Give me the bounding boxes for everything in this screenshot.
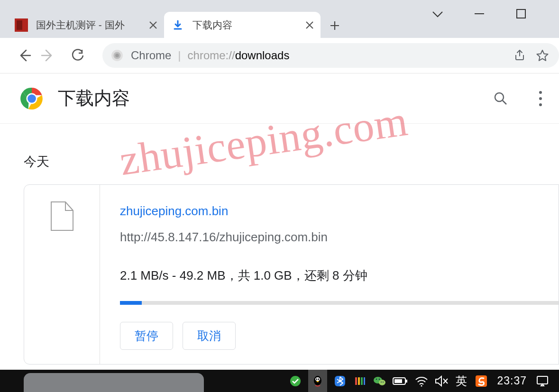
svg-point-9 bbox=[539, 97, 542, 100]
tray-ime-indicator[interactable]: 英 bbox=[454, 370, 468, 392]
chrome-icon bbox=[111, 49, 123, 62]
download-item-body: zhujiceping.com.bin http://45.8.147.16/z… bbox=[100, 185, 559, 364]
taskbar-left bbox=[24, 370, 209, 392]
tab-title: 下载内容 bbox=[192, 18, 304, 32]
tray-sogou-icon[interactable] bbox=[474, 370, 488, 392]
svg-point-15 bbox=[318, 378, 320, 380]
tab-inactive[interactable]: 国外主机测评 - 国外 bbox=[8, 12, 164, 38]
svg-point-27 bbox=[383, 382, 384, 383]
tray-volume-muted-icon[interactable] bbox=[434, 370, 449, 392]
svg-point-16 bbox=[317, 381, 319, 382]
download-status: 2.1 MB/s - 49.2 MB，共 1.0 GB，还剩 8 分钟 bbox=[120, 267, 559, 284]
tray-qq-icon[interactable] bbox=[308, 370, 327, 392]
download-source-url: http://45.8.147.16/zhujiceping.com.bin bbox=[120, 230, 559, 245]
svg-point-23 bbox=[379, 380, 385, 385]
downloads-content: 今天 zhujiceping.com.bin http://45.8.147.1… bbox=[0, 124, 559, 365]
svg-point-10 bbox=[539, 103, 542, 106]
download-progress-bar bbox=[120, 301, 559, 305]
more-icon[interactable] bbox=[528, 86, 553, 111]
svg-rect-21 bbox=[364, 377, 365, 385]
back-button[interactable] bbox=[14, 45, 35, 66]
share-icon[interactable] bbox=[512, 47, 528, 64]
svg-point-13 bbox=[315, 377, 320, 381]
tray-bluetooth-icon[interactable] bbox=[333, 370, 347, 392]
svg-point-11 bbox=[290, 376, 301, 386]
svg-point-6 bbox=[27, 94, 36, 103]
tab-title: 国外主机测评 - 国外 bbox=[36, 18, 148, 32]
tray-notifications-icon[interactable] bbox=[535, 370, 550, 392]
tab-active-downloads[interactable]: 下载内容 bbox=[164, 12, 321, 38]
download-progress-fill bbox=[120, 301, 142, 305]
svg-rect-33 bbox=[537, 376, 548, 384]
svg-rect-29 bbox=[406, 380, 407, 383]
tray-clock[interactable]: 23:37 bbox=[494, 370, 530, 392]
svg-point-3 bbox=[115, 54, 119, 57]
svg-point-31 bbox=[421, 385, 422, 386]
system-tray: 英 23:37 bbox=[288, 370, 559, 392]
tray-battery-icon[interactable] bbox=[393, 370, 409, 392]
favicon-site bbox=[14, 18, 28, 32]
downloads-header: 下载内容 bbox=[0, 73, 559, 124]
close-icon[interactable] bbox=[148, 20, 158, 30]
svg-point-7 bbox=[495, 93, 504, 101]
download-item: zhujiceping.com.bin http://45.8.147.16/z… bbox=[24, 184, 559, 365]
svg-rect-19 bbox=[358, 377, 360, 385]
address-bar[interactable]: Chrome | chrome://downloads bbox=[102, 43, 559, 68]
close-icon[interactable] bbox=[304, 20, 315, 30]
svg-rect-30 bbox=[394, 379, 402, 383]
window-controls bbox=[428, 0, 559, 27]
browser-toolbar: Chrome | chrome://downloads bbox=[0, 38, 559, 73]
svg-point-14 bbox=[316, 378, 318, 380]
omnibox-divider: | bbox=[178, 49, 181, 62]
download-filename[interactable]: zhujiceping.com.bin bbox=[120, 204, 559, 219]
download-icon bbox=[171, 18, 185, 32]
star-icon[interactable] bbox=[534, 47, 550, 64]
chevron-down-icon[interactable] bbox=[428, 4, 447, 23]
svg-point-25 bbox=[379, 378, 380, 379]
search-icon[interactable] bbox=[488, 86, 513, 111]
tray-app-colorbars-icon[interactable] bbox=[353, 370, 367, 392]
chrome-logo-icon bbox=[20, 87, 44, 110]
omnibox-label: Chrome bbox=[131, 49, 171, 62]
section-today: 今天 bbox=[24, 124, 559, 184]
download-item-icon-column bbox=[24, 185, 100, 364]
svg-point-8 bbox=[539, 91, 542, 94]
reload-button[interactable] bbox=[67, 45, 88, 66]
new-tab-button[interactable] bbox=[325, 16, 344, 35]
svg-rect-0 bbox=[517, 9, 525, 18]
minimize-button[interactable] bbox=[470, 4, 489, 23]
tray-wechat-icon[interactable] bbox=[373, 370, 387, 392]
forward-button[interactable] bbox=[37, 45, 58, 66]
file-icon bbox=[50, 201, 74, 231]
taskbar-app-preview[interactable] bbox=[24, 373, 204, 392]
omnibox-url-path: downloads bbox=[235, 49, 290, 62]
tray-status-ok-icon[interactable] bbox=[288, 370, 302, 392]
maximize-button[interactable] bbox=[512, 4, 531, 23]
pause-button[interactable]: 暂停 bbox=[120, 322, 173, 350]
windows-taskbar: 英 23:37 bbox=[0, 370, 559, 392]
svg-point-26 bbox=[381, 382, 382, 383]
svg-rect-20 bbox=[361, 377, 363, 385]
svg-rect-18 bbox=[355, 377, 357, 385]
svg-point-24 bbox=[376, 378, 377, 379]
cancel-button[interactable]: 取消 bbox=[183, 322, 236, 350]
browser-tabstrip: 国外主机测评 - 国外 下载内容 bbox=[0, 0, 559, 38]
page-title: 下载内容 bbox=[58, 86, 488, 110]
tray-wifi-icon[interactable] bbox=[414, 370, 429, 392]
omnibox-url-scheme: chrome:// bbox=[188, 49, 235, 62]
